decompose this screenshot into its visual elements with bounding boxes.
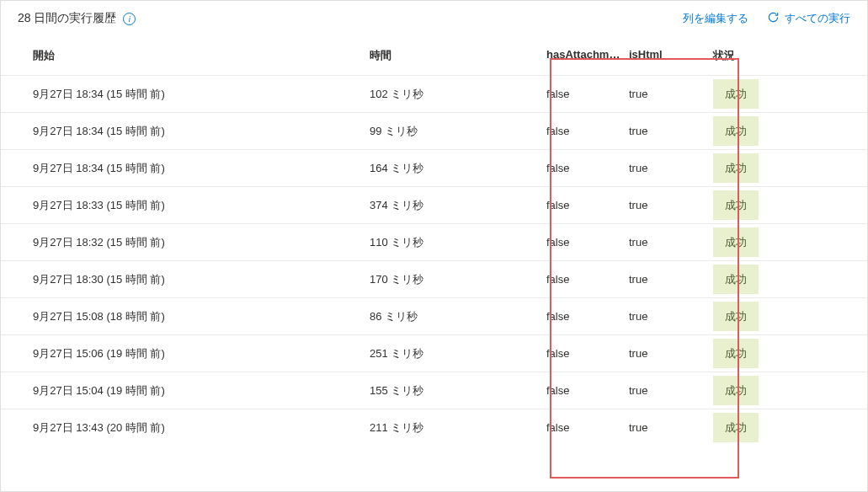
cell-status: 成功 xyxy=(713,420,806,436)
cell-duration: 86 ミリ秒 xyxy=(370,309,546,324)
page-title: 28 日間の実行履歴 xyxy=(18,11,116,26)
cell-ishtml: true xyxy=(629,88,713,100)
cell-hasattachment: false xyxy=(546,162,629,174)
cell-status: 成功 xyxy=(713,124,806,139)
status-badge: 成功 xyxy=(713,376,759,405)
table-row[interactable]: 9月27日 15:04 (19 時間 前)155 ミリ秒falsetrue成功 xyxy=(1,372,867,409)
cell-status: 成功 xyxy=(713,383,806,398)
status-badge: 成功 xyxy=(713,302,759,331)
cell-start: 9月27日 18:34 (15 時間 前) xyxy=(33,87,370,102)
refresh-icon xyxy=(767,11,780,26)
table-row[interactable]: 9月27日 18:30 (15 時間 前)170 ミリ秒falsetrue成功 xyxy=(1,260,867,297)
cell-ishtml: true xyxy=(629,384,713,397)
run-history-table: 開始 時間 hasAttachme... isHtml 状況 9月27日 18:… xyxy=(1,36,867,446)
cell-ishtml: true xyxy=(629,347,713,360)
table-row[interactable]: 9月27日 18:34 (15 時間 前)99 ミリ秒falsetrue成功 xyxy=(1,112,867,149)
table-row[interactable]: 9月27日 13:43 (20 時間 前)211 ミリ秒falsetrue成功 xyxy=(1,409,867,446)
cell-duration: 102 ミリ秒 xyxy=(370,87,546,102)
cell-start: 9月27日 18:33 (15 時間 前) xyxy=(33,198,370,213)
col-header-hasattachment[interactable]: hasAttachme... xyxy=(546,48,629,61)
table-row[interactable]: 9月27日 18:32 (15 時間 前)110 ミリ秒falsetrue成功 xyxy=(1,223,867,260)
cell-start: 9月27日 18:32 (15 時間 前) xyxy=(33,235,370,250)
all-runs-label: すべての実行 xyxy=(785,11,850,26)
col-header-status[interactable]: 状況 xyxy=(713,48,806,63)
cell-start: 9月27日 18:30 (15 時間 前) xyxy=(33,272,370,287)
cell-hasattachment: false xyxy=(546,384,629,397)
status-badge: 成功 xyxy=(713,413,759,442)
cell-status: 成功 xyxy=(713,346,806,361)
col-header-start[interactable]: 開始 xyxy=(33,48,370,63)
table-row[interactable]: 9月27日 18:33 (15 時間 前)374 ミリ秒falsetrue成功 xyxy=(1,186,867,223)
cell-start: 9月27日 13:43 (20 時間 前) xyxy=(33,420,370,436)
cell-duration: 374 ミリ秒 xyxy=(370,198,546,213)
cell-hasattachment: false xyxy=(546,310,629,323)
cell-start: 9月27日 15:06 (19 時間 前) xyxy=(33,346,370,361)
cell-status: 成功 xyxy=(713,87,806,102)
cell-hasattachment: false xyxy=(546,236,629,249)
cell-ishtml: true xyxy=(629,125,713,137)
cell-hasattachment: false xyxy=(546,421,629,434)
cell-ishtml: true xyxy=(629,199,713,211)
edit-columns-link[interactable]: 列を編集する xyxy=(683,11,748,26)
cell-ishtml: true xyxy=(629,421,713,434)
cell-duration: 110 ミリ秒 xyxy=(370,235,546,250)
cell-hasattachment: false xyxy=(546,273,629,286)
cell-hasattachment: false xyxy=(546,125,629,137)
page-header: 28 日間の実行履歴 i 列を編集する すべての実行 xyxy=(1,1,867,36)
cell-hasattachment: false xyxy=(546,347,629,360)
cell-ishtml: true xyxy=(629,162,713,174)
cell-start: 9月27日 18:34 (15 時間 前) xyxy=(33,161,370,176)
table-row[interactable]: 9月27日 18:34 (15 時間 前)102 ミリ秒falsetrue成功 xyxy=(1,75,867,112)
col-header-duration[interactable]: 時間 xyxy=(370,48,546,63)
cell-duration: 164 ミリ秒 xyxy=(370,161,546,176)
cell-status: 成功 xyxy=(713,161,806,176)
table-header-row: 開始 時間 hasAttachme... isHtml 状況 xyxy=(1,36,867,75)
table-row[interactable]: 9月27日 15:08 (18 時間 前)86 ミリ秒falsetrue成功 xyxy=(1,297,867,334)
cell-start: 9月27日 15:04 (19 時間 前) xyxy=(33,383,370,398)
cell-status: 成功 xyxy=(713,198,806,213)
cell-duration: 170 ミリ秒 xyxy=(370,272,546,287)
cell-status: 成功 xyxy=(713,309,806,324)
status-badge: 成功 xyxy=(713,339,759,368)
cell-ishtml: true xyxy=(629,273,713,286)
status-badge: 成功 xyxy=(713,265,759,294)
status-badge: 成功 xyxy=(713,116,759,146)
cell-ishtml: true xyxy=(629,310,713,323)
status-badge: 成功 xyxy=(713,190,759,220)
status-badge: 成功 xyxy=(713,153,759,183)
cell-duration: 251 ミリ秒 xyxy=(370,346,546,361)
status-badge: 成功 xyxy=(713,227,759,257)
header-left: 28 日間の実行履歴 i xyxy=(18,11,136,26)
cell-status: 成功 xyxy=(713,235,806,250)
cell-hasattachment: false xyxy=(546,199,629,211)
all-runs-link[interactable]: すべての実行 xyxy=(767,11,850,26)
table-row[interactable]: 9月27日 15:06 (19 時間 前)251 ミリ秒falsetrue成功 xyxy=(1,334,867,372)
col-header-ishtml[interactable]: isHtml xyxy=(629,48,713,61)
cell-status: 成功 xyxy=(713,272,806,287)
cell-hasattachment: false xyxy=(546,88,629,100)
cell-duration: 211 ミリ秒 xyxy=(370,420,546,436)
cell-duration: 155 ミリ秒 xyxy=(370,383,546,398)
cell-start: 9月27日 18:34 (15 時間 前) xyxy=(33,124,370,139)
status-badge: 成功 xyxy=(713,79,759,109)
cell-start: 9月27日 15:08 (18 時間 前) xyxy=(33,309,370,324)
cell-duration: 99 ミリ秒 xyxy=(370,124,546,139)
info-icon[interactable]: i xyxy=(123,13,136,25)
table-row[interactable]: 9月27日 18:34 (15 時間 前)164 ミリ秒falsetrue成功 xyxy=(1,149,867,186)
header-right: 列を編集する すべての実行 xyxy=(683,11,850,26)
cell-ishtml: true xyxy=(629,236,713,249)
